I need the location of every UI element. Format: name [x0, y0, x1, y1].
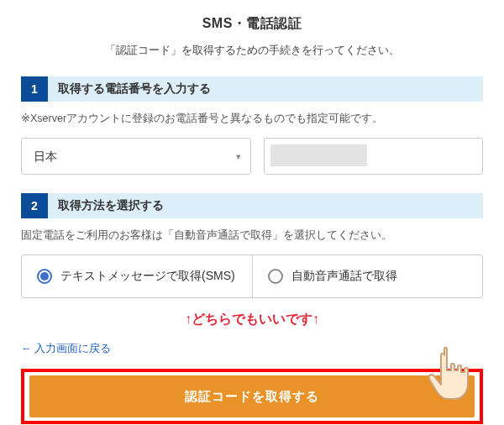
country-select[interactable]: 日本 — [21, 138, 251, 175]
radio-unselected-icon — [268, 269, 283, 284]
radio-label-sms: テキストメッセージで取得(SMS) — [60, 269, 235, 284]
step2-header: 2 取得方法を選択する — [21, 193, 483, 218]
radio-selected-icon — [37, 269, 52, 284]
step2-note: 固定電話をご利用のお客様は「自動音声通話で取得」を選択してください。 — [21, 228, 483, 243]
radio-label-voice: 自動音声通話で取得 — [291, 269, 397, 284]
back-link[interactable]: ← 入力画面に戻る — [21, 342, 111, 356]
step1-number: 1 — [21, 76, 48, 102]
radio-option-voice[interactable]: 自動音声通話で取得 — [253, 255, 483, 297]
page-title: SMS・電話認証 — [21, 15, 483, 33]
submit-highlight-box: 認証コードを取得する — [21, 369, 483, 424]
submit-button[interactable]: 認証コードを取得する — [29, 375, 475, 417]
step1-header: 1 取得する電話番号を入力する — [21, 76, 483, 102]
method-radio-group: テキストメッセージで取得(SMS) 自動音声通話で取得 — [21, 254, 483, 298]
step1-title: 取得する電話番号を入力する — [48, 81, 211, 97]
step2-number: 2 — [21, 193, 48, 218]
radio-option-sms[interactable]: テキストメッセージで取得(SMS) — [22, 255, 253, 297]
annotation-text: ↑どちらでもいいです↑ — [21, 311, 483, 328]
step2-title: 取得方法を選択する — [48, 198, 164, 213]
step1-note: ※Xserverアカウントに登録のお電話番号と異なるものでも指定可能です。 — [21, 112, 483, 126]
phone-input[interactable] — [264, 138, 483, 175]
page-subtitle: 「認証コード」を取得するための手続きを行ってください。 — [21, 43, 483, 58]
